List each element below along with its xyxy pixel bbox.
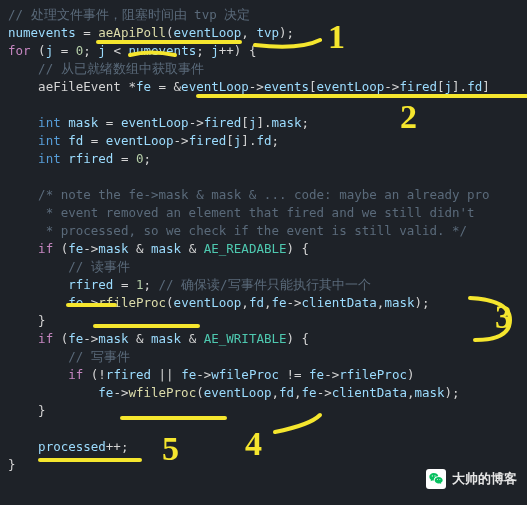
code-block: // 处理文件事件，阻塞时间由 tvp 决定 numevents = aeApi… <box>0 0 527 480</box>
watermark: 大帅的博客 <box>426 469 517 489</box>
wechat-icon <box>426 469 446 489</box>
watermark-text: 大帅的博客 <box>452 470 517 488</box>
